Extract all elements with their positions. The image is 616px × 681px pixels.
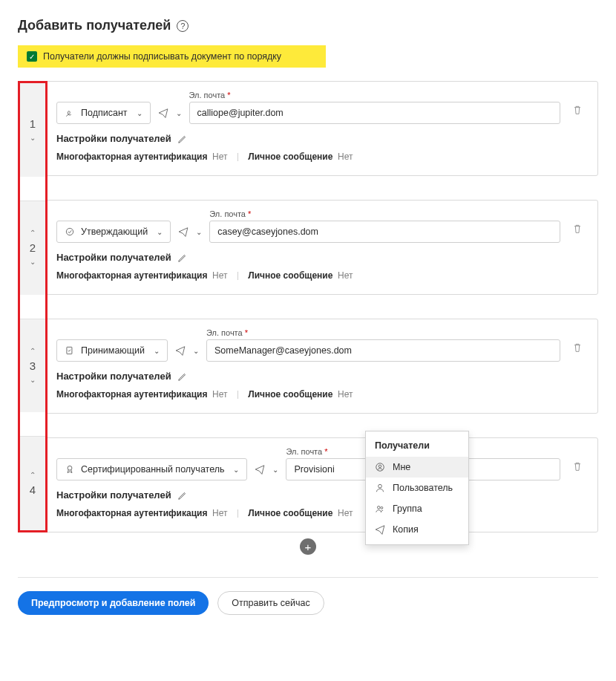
email-input[interactable] [206,339,560,362]
chevron-down-icon[interactable]: ⌄ [30,134,36,142]
role-label: Утверждающий [81,227,148,237]
chevron-down-icon: ⌄ [176,109,182,117]
order-number: 3 [30,359,36,372]
trash-icon[interactable] [571,223,583,235]
footer-buttons: Предпросмотр и добавление полей Отправит… [18,591,598,615]
order-handle[interactable]: ⌃ 4 [20,436,45,530]
recipient-card: Подписант ⌄ ⌄ Эл. почта * Нас [45,81,598,176]
paper-plane-icon [375,524,385,535]
chevron-down-icon[interactable]: ⌄ [30,258,36,266]
help-icon[interactable]: ? [177,20,189,32]
paper-plane-icon [178,227,189,237]
order-column-highlight: 1 ⌄ ⌃ 2 ⌄ ⌃ 3 ⌄ ⌃ 4 [18,81,47,532]
pencil-icon[interactable] [177,371,188,382]
group-icon [375,504,385,514]
sign-in-order-checkbox[interactable]: ✓ [27,51,37,62]
order-number: 4 [30,483,36,496]
trash-icon[interactable] [571,342,583,353]
chevron-down-icon[interactable]: ⌄ [30,377,36,384]
recipient-card: Сертифицированный получатель ⌄ ⌄ Эл. поч… [45,437,598,532]
pencil-icon[interactable] [177,252,188,263]
delivery-select[interactable]: ⌄ [175,339,199,362]
user-icon [375,483,385,493]
user-circle-icon [375,462,385,472]
svg-point-6 [378,506,381,509]
svg-rect-1 [67,347,72,353]
role-select[interactable]: Подписант ⌄ [56,102,151,124]
recipient-type-dropdown: Получатели Мне Пользователь Группа Копия [365,431,469,545]
recipient-meta: Многофакторная аутентификация Нет Личное… [56,151,560,162]
recipient-settings-label: Настройки получателей [56,133,171,144]
svg-point-4 [379,465,381,468]
chevron-down-icon: ⌄ [196,228,202,236]
page-title: Добавить получателей ? [18,18,598,33]
sign-in-order-label: Получатели должны подписывать документ п… [43,51,281,62]
paper-plane-icon [175,345,186,356]
chevron-down-icon: ⌄ [272,466,278,474]
recipients-area: 1 ⌄ ⌃ 2 ⌄ ⌃ 3 ⌄ ⌃ 4 [18,81,598,532]
role-label: Сертифицированный получатель [81,464,224,475]
dropdown-item-group[interactable]: Группа [366,498,468,519]
delivery-select[interactable]: ⌄ [158,102,182,124]
delivery-select[interactable]: ⌄ [178,221,202,243]
dropdown-title: Получатели [366,436,468,457]
recipient-settings-label: Настройки получателей [56,371,171,382]
svg-point-5 [379,484,382,488]
pencil-icon[interactable] [177,490,188,501]
recipient-card: Утверждающий ⌄ ⌄ Эл. почта * [45,200,598,295]
recipient-card: Принимающий ⌄ ⌄ Эл. почта * Н [45,319,598,414]
pencil-icon[interactable] [177,134,188,144]
certified-recipient-icon [65,464,75,475]
order-handle[interactable]: ⌃ 3 ⌄ [20,319,45,413]
chevron-down-icon: ⌄ [233,466,239,474]
dropdown-item-me[interactable]: Мне [366,457,468,478]
recipient-meta: Многофакторная аутентификация Нет Личное… [56,508,560,518]
role-select[interactable]: Утверждающий ⌄ [56,221,171,243]
order-number: 2 [30,241,36,254]
dropdown-item-user[interactable]: Пользователь [366,478,468,498]
send-now-button[interactable]: Отправить сейчас [217,591,324,615]
chevron-up-icon[interactable]: ⌃ [30,348,36,355]
email-input[interactable] [209,221,560,243]
email-label: Эл. почта * [209,209,560,218]
divider [18,577,598,578]
add-recipient-row: + [18,538,598,555]
approver-icon [65,227,75,237]
recipient-meta: Многофакторная аутентификация Нет Личное… [56,389,560,400]
order-number: 1 [30,117,36,130]
sign-in-order-row[interactable]: ✓ Получатели должны подписывать документ… [18,45,326,68]
preview-and-add-fields-button[interactable]: Предпросмотр и добавление полей [18,591,209,615]
role-label: Подписант [81,108,128,118]
paper-plane-icon [255,464,265,475]
svg-point-0 [66,228,73,235]
recipient-meta: Многофакторная аутентификация Нет Личное… [56,270,560,281]
role-select[interactable]: Принимающий ⌄ [56,339,168,362]
page-title-text: Добавить получателей [18,18,171,33]
recipient-settings-label: Настройки получателей [56,489,171,501]
chevron-down-icon: ⌄ [154,347,160,355]
role-label: Принимающий [81,345,145,356]
recipient-settings-label: Настройки получателей [56,252,171,263]
delivery-select[interactable]: ⌄ [255,458,278,480]
email-input[interactable] [189,102,560,124]
chevron-up-icon[interactable]: ⌃ [30,229,36,237]
paper-plane-icon [158,108,168,118]
chevron-down-icon: ⌄ [157,228,163,236]
email-label: Эл. почта * [189,91,560,100]
chevron-down-icon: ⌄ [137,109,142,117]
chevron-down-icon: ⌄ [193,347,199,355]
trash-icon[interactable] [571,460,583,472]
svg-point-2 [68,466,72,470]
trash-icon[interactable] [571,104,583,116]
chevron-up-icon[interactable]: ⌃ [30,472,36,479]
acceptor-icon [65,345,75,356]
dropdown-item-copy[interactable]: Копия [366,519,468,540]
add-recipient-button[interactable]: + [300,538,316,555]
order-handle[interactable]: 1 ⌄ [20,83,45,177]
order-handle[interactable]: ⌃ 2 ⌄ [20,201,45,295]
recipient-cards: Подписант ⌄ ⌄ Эл. почта * Нас [45,81,598,532]
signer-icon [65,108,75,118]
role-select[interactable]: Сертифицированный получатель ⌄ [56,458,247,480]
email-label: Эл. почта * [206,328,560,337]
svg-point-7 [381,506,383,509]
